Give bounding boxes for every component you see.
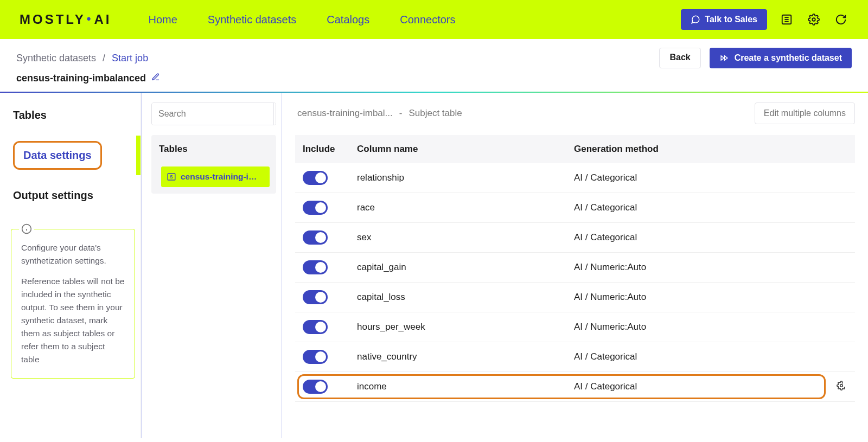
col-header-include: Include — [295, 135, 349, 163]
left-nav: Tables Data settings Output settings Con… — [0, 93, 141, 438]
columns-header-row: census-training-imbal... - Subject table… — [295, 103, 855, 124]
brand-dot-icon: • — [87, 12, 93, 26]
tables-group-header: Tables — [151, 135, 276, 161]
svg-point-4 — [812, 18, 815, 21]
create-synthetic-dataset-button[interactable]: Create a synthetic dataset — [710, 48, 852, 68]
include-toggle[interactable] — [303, 320, 328, 334]
col-header-cfg — [828, 135, 855, 163]
cell-column-name: native_country — [349, 342, 566, 372]
cell-column-name: hours_per_week — [349, 312, 566, 342]
cell-config — [828, 193, 855, 223]
subject-table-icon: S — [167, 172, 176, 182]
info-paragraph-1: Configure your data's synthetization set… — [21, 241, 125, 267]
nav-synthetic-datasets[interactable]: Synthetic datasets — [208, 14, 296, 26]
page-header: Synthetic datasets / Start job Back Crea… — [0, 39, 868, 73]
cell-config — [828, 372, 855, 402]
table-row: raceAI / Categorical — [295, 193, 855, 223]
active-indicator — [136, 136, 141, 175]
talk-to-sales-button[interactable]: Talk to Sales — [681, 9, 767, 30]
include-toggle[interactable] — [303, 380, 328, 394]
cell-generation-method: AI / Categorical — [566, 372, 828, 402]
search-button[interactable] — [273, 103, 276, 125]
cell-config — [828, 163, 855, 193]
include-toggle[interactable] — [303, 260, 328, 274]
columns-table: Include Column name Generation method re… — [295, 135, 855, 402]
table-row: sexAI / Categorical — [295, 223, 855, 253]
table-row: native_countryAI / Categorical — [295, 342, 855, 372]
cell-include — [295, 372, 349, 402]
cell-include — [295, 283, 349, 312]
nav-connectors[interactable]: Connectors — [400, 14, 455, 26]
columns-separator: - — [399, 108, 403, 119]
search-input[interactable] — [152, 103, 273, 125]
cell-column-name: sex — [349, 223, 566, 253]
left-nav-tables[interactable]: Tables — [11, 104, 135, 127]
include-toggle[interactable] — [303, 201, 328, 215]
refresh-icon[interactable] — [833, 12, 848, 27]
nav-home[interactable]: Home — [149, 14, 177, 26]
topbar: MOSTLY•AI Home Synthetic datasets Catalo… — [0, 0, 868, 39]
cell-generation-method: AI / Categorical — [566, 342, 828, 372]
cell-config — [828, 253, 855, 283]
chat-icon — [691, 15, 700, 24]
cell-include — [295, 223, 349, 253]
col-header-name: Column name — [349, 135, 566, 163]
table-row: incomeAI / Categorical — [295, 372, 855, 402]
svg-marker-6 — [721, 56, 724, 60]
topbar-right: Talk to Sales — [681, 9, 848, 30]
main-content: Tables Data settings Output settings Con… — [0, 93, 868, 438]
nav-catalogs[interactable]: Catalogs — [327, 14, 369, 26]
cell-generation-method: AI / Numeric:Auto — [566, 312, 828, 342]
info-paragraph-2: Reference tables will not be included in… — [21, 275, 125, 366]
cell-include — [295, 163, 349, 193]
edit-multiple-columns-button[interactable]: Edit multiple columns — [755, 103, 855, 124]
cell-column-name: race — [349, 193, 566, 223]
table-item[interactable]: S census-training-imbal... — [161, 166, 270, 187]
brand-text: MOSTLY — [20, 12, 86, 27]
include-toggle[interactable] — [303, 230, 328, 245]
cell-config — [828, 223, 855, 253]
cell-config — [828, 312, 855, 342]
columns-header: Include Column name Generation method — [295, 135, 855, 163]
info-card: Configure your data's synthetization set… — [11, 229, 135, 379]
dataset-name: census-training-imbalanced — [16, 73, 146, 84]
columns-pane: census-training-imbal... - Subject table… — [282, 93, 868, 438]
breadcrumb: Synthetic datasets / Start job — [16, 53, 148, 64]
settings-gear-icon[interactable] — [806, 12, 821, 27]
header-actions: Back Create a synthetic dataset — [659, 48, 852, 68]
cell-column-name: capital_loss — [349, 283, 566, 312]
tables-group: Tables S census-training-imbal... — [151, 135, 276, 194]
left-nav-data-settings[interactable]: Data settings — [13, 141, 102, 170]
cell-include — [295, 193, 349, 223]
cell-include — [295, 312, 349, 342]
cell-generation-method: AI / Categorical — [566, 193, 828, 223]
include-toggle[interactable] — [303, 171, 328, 185]
list-icon[interactable] — [779, 12, 794, 27]
edit-name-icon[interactable] — [151, 73, 160, 84]
cell-generation-method: AI / Categorical — [566, 163, 828, 193]
cell-config — [828, 283, 855, 312]
left-nav-output-settings[interactable]: Output settings — [11, 184, 135, 207]
create-button-label: Create a synthetic dataset — [735, 53, 842, 63]
columns-table-name: census-training-imbal... — [297, 108, 393, 119]
cell-generation-method: AI / Categorical — [566, 223, 828, 253]
dataset-title-row: census-training-imbalanced — [0, 73, 868, 92]
columns-subtitle: Subject table — [409, 108, 462, 119]
cell-include — [295, 253, 349, 283]
cell-config — [828, 342, 855, 372]
back-button[interactable]: Back — [659, 48, 700, 68]
col-header-method: Generation method — [566, 135, 828, 163]
row-gear-icon[interactable] — [837, 381, 846, 390]
svg-point-14 — [840, 384, 843, 387]
table-row: relationshipAI / Categorical — [295, 163, 855, 193]
include-toggle[interactable] — [303, 350, 328, 364]
fast-forward-icon — [719, 54, 729, 62]
table-item-label: census-training-imbal... — [181, 172, 264, 182]
breadcrumb-root[interactable]: Synthetic datasets — [16, 53, 96, 64]
svg-text:S: S — [170, 175, 173, 180]
brand-text-2: AI — [94, 12, 112, 27]
info-icon — [19, 223, 34, 238]
include-toggle[interactable] — [303, 290, 328, 304]
cell-column-name: income — [349, 372, 566, 402]
breadcrumb-current: Start job — [112, 53, 148, 64]
